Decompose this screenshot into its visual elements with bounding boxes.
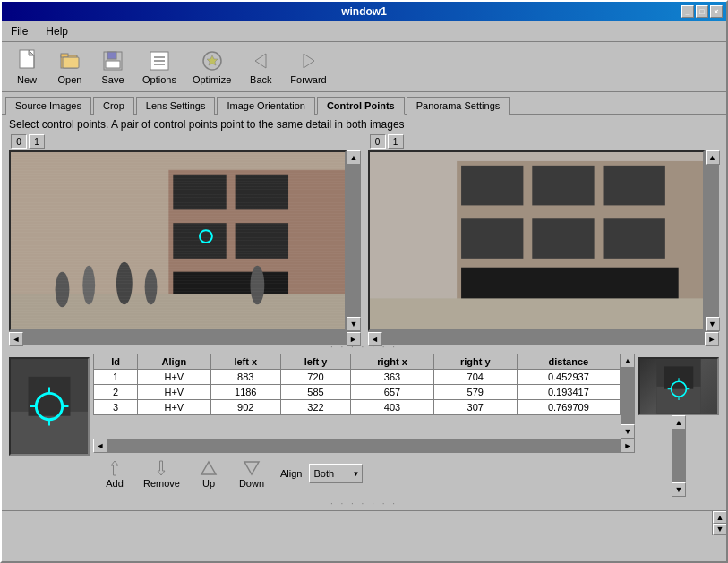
back-icon: [248, 48, 273, 73]
row1-align: H+V: [138, 370, 211, 385]
minimize-button[interactable]: _: [681, 5, 694, 18]
left-photo: [11, 152, 345, 329]
row3-left-y: 322: [280, 400, 350, 415]
row1-id: 1: [94, 370, 138, 385]
right-thumb-scroll-track[interactable]: [672, 430, 686, 482]
table-scroll-left[interactable]: ◄: [93, 439, 107, 453]
row2-align: H+V: [138, 385, 211, 400]
right-image-nav: 0 1: [368, 134, 720, 149]
back-label: Back: [250, 74, 271, 85]
table-scroll-up[interactable]: ▲: [621, 354, 635, 368]
instruction-text: Select control points. A pair of control…: [2, 115, 726, 134]
row1-left-y: 720: [280, 370, 350, 385]
table-section: Id Align left x left y right x right y d…: [93, 354, 635, 497]
tab-source-images[interactable]: Source Images: [5, 97, 91, 115]
right-nav-0[interactable]: 0: [370, 134, 386, 149]
new-button[interactable]: New: [7, 46, 47, 88]
left-scroll-down[interactable]: ▼: [347, 317, 361, 331]
row3-align: H+V: [138, 400, 211, 415]
lower-section: Id Align left x left y right x right y d…: [2, 354, 726, 497]
optimize-button[interactable]: Optimize: [186, 46, 237, 88]
tab-image-orientation[interactable]: Image Orientation: [217, 97, 314, 115]
up-button[interactable]: Up: [191, 456, 227, 490]
forward-label: Forward: [290, 74, 326, 85]
left-nav-1[interactable]: 1: [29, 134, 45, 149]
left-thumb-bg: [11, 359, 88, 454]
menu-help[interactable]: Help: [40, 23, 73, 39]
right-thumb-scroll-up[interactable]: ▲: [672, 415, 686, 430]
tab-panorama-settings[interactable]: Panorama Settings: [407, 97, 510, 115]
table-scroll-right-btn[interactable]: ►: [621, 439, 635, 453]
right-scroll-up[interactable]: ▲: [706, 150, 720, 165]
svg-rect-34: [603, 166, 664, 206]
right-nav-1[interactable]: 1: [388, 134, 404, 149]
row1-left-x: 883: [210, 370, 280, 385]
add-button[interactable]: Add: [97, 456, 133, 490]
table-scroll-track-h[interactable]: [107, 439, 621, 453]
table-row[interactable]: 1 H+V 883 720 363 704 0.452937: [94, 370, 621, 385]
svg-rect-6: [107, 52, 116, 59]
table-scroll-track-v[interactable]: [621, 368, 635, 424]
row2-id: 2: [94, 385, 138, 400]
align-select[interactable]: Both Horizontal Vertical: [309, 464, 363, 483]
down-button[interactable]: Down: [234, 456, 270, 490]
table-row[interactable]: 3 H+V 902 322 403 307 0.769709: [94, 400, 621, 415]
tab-crop[interactable]: Crop: [93, 97, 134, 115]
right-image-with-scroll: ▲ ▼: [368, 150, 720, 331]
left-scroll-right: ▲ ▼: [347, 150, 361, 331]
table-scroll-right: ▲ ▼: [621, 354, 635, 439]
left-image-with-scroll: ▲ ▼: [9, 150, 361, 331]
image-pair: 0 1: [2, 134, 726, 340]
col-distance: distance: [517, 354, 620, 370]
menu-bar: File Help: [2, 21, 726, 42]
title-bar: window1 _ □ ×: [2, 2, 726, 21]
tab-control-points[interactable]: Control Points: [317, 97, 405, 115]
svg-rect-36: [532, 218, 594, 259]
row1-distance: 0.452937: [517, 370, 620, 385]
row3-id: 3: [94, 400, 138, 415]
options-label: Options: [142, 74, 176, 85]
close-button[interactable]: ×: [710, 5, 723, 18]
separator-dots-1: · · · · · · ·: [2, 342, 726, 352]
status-scroll-up[interactable]: ▲: [713, 511, 726, 524]
right-image-panel: 0 1: [368, 134, 720, 340]
menu-file[interactable]: File: [5, 23, 33, 39]
right-thumb-scroll-down[interactable]: ▼: [672, 482, 686, 497]
forward-button[interactable]: Forward: [284, 46, 332, 88]
right-scroll-track-v[interactable]: [706, 165, 719, 317]
right-thumb-container: ▲ ▼: [638, 354, 719, 497]
left-scroll-up[interactable]: ▲: [347, 150, 361, 165]
tab-lens-settings[interactable]: Lens Settings: [136, 97, 216, 115]
left-image-frame[interactable]: [9, 150, 347, 331]
col-left-y: left y: [280, 354, 350, 370]
options-button[interactable]: Options: [136, 46, 183, 88]
left-scroll-track-v[interactable]: [347, 165, 361, 317]
table-row[interactable]: 2 H+V 1186 585 657 579 0.193417: [94, 385, 621, 400]
left-image-panel: 0 1: [9, 134, 361, 340]
status-scroll-down[interactable]: ▼: [713, 524, 726, 536]
back-button[interactable]: Back: [241, 46, 280, 88]
row1-right-x: 363: [351, 370, 434, 385]
maximize-button[interactable]: □: [696, 5, 708, 18]
left-nav-0[interactable]: 0: [11, 134, 27, 149]
row3-right-y: 307: [433, 400, 517, 415]
new-icon: [14, 48, 39, 73]
col-right-y: right y: [433, 354, 517, 370]
optimize-label: Optimize: [193, 74, 231, 85]
align-label: Align: [280, 468, 302, 479]
right-scroll-down[interactable]: ▼: [706, 317, 720, 331]
open-button[interactable]: Open: [50, 46, 90, 88]
table-scroll-down[interactable]: ▼: [621, 424, 635, 439]
svg-rect-37: [603, 218, 664, 259]
new-label: New: [17, 74, 37, 85]
right-image-frame[interactable]: [368, 150, 706, 331]
right-scroll-right: ▲ ▼: [705, 150, 719, 331]
right-thumbnail: [638, 357, 719, 415]
svg-marker-55: [201, 462, 216, 474]
status-bar: ▲ ▼: [2, 510, 726, 535]
svg-rect-39: [370, 298, 704, 329]
remove-button[interactable]: Remove: [140, 456, 184, 490]
save-button[interactable]: Save: [93, 46, 133, 88]
right-scroll: ▲ ▼: [672, 415, 686, 497]
save-label: Save: [101, 74, 124, 85]
